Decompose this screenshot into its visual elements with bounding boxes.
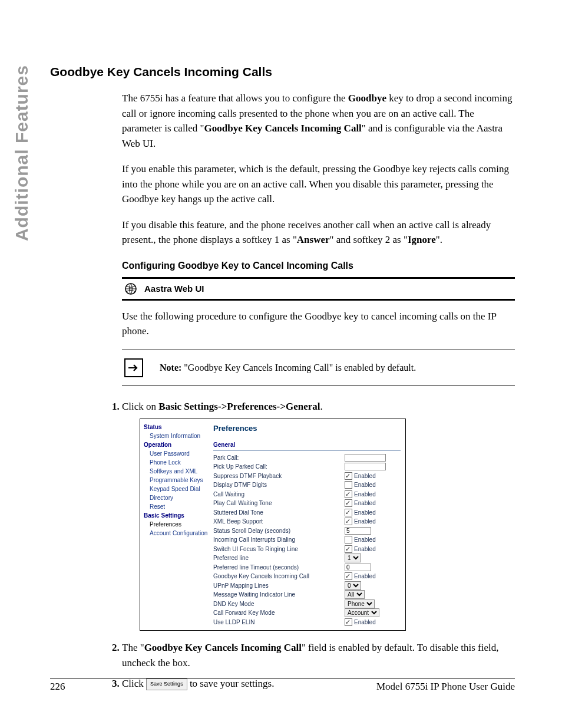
nav-reset[interactable]: Reset (144, 502, 209, 511)
nav-keypad-speed-dial[interactable]: Keypad Speed Dial (144, 485, 209, 493)
enabled-text: Enabled (354, 572, 376, 581)
webui-banner: Aastra Web UI (122, 277, 515, 301)
note-text: Note: "Goodbye Key Cancels Incoming Call… (160, 363, 416, 373)
lbl-preferred-line: Preferred line (213, 554, 345, 563)
nav-account-config[interactable]: Account Configuration (144, 529, 209, 538)
nav-hdr-status: Status (144, 423, 209, 431)
lbl-play-cw-tone: Play Call Waiting Tone (213, 499, 345, 508)
nav-directory[interactable]: Directory (144, 493, 209, 502)
lbl-mwi-line: Message Waiting Indicator Line (213, 590, 345, 599)
chk-call-waiting[interactable] (345, 490, 352, 498)
nav-panel: Status System Information Operation User… (140, 419, 211, 630)
p3-e: ". (436, 234, 442, 245)
lbl-suppress-dtmf: Suppress DTMF Playback (213, 472, 345, 481)
globe-icon (124, 282, 137, 295)
enabled-text: Enabled (354, 517, 376, 526)
nav-phone-lock[interactable]: Phone Lock (144, 458, 209, 467)
chk-incoming-interrupts[interactable] (345, 536, 352, 543)
paragraph-3: If you disable this feature, and the pho… (122, 218, 515, 248)
step-2: The "Goodbye Key Cancels Incoming Call" … (122, 640, 515, 670)
step-1: Click on Basic Settings->Preferences->Ge… (122, 399, 515, 631)
s2-a: The " (122, 642, 144, 653)
lbl-stuttered-dial: Stuttered Dial Tone (213, 508, 345, 518)
subsection-heading: Configuring Goodbye Key to Cancel Incomi… (122, 261, 515, 271)
p3-c: " and softkey 2 as " (330, 234, 408, 245)
nav-system-info[interactable]: System Information (144, 431, 209, 440)
nav-preferences[interactable]: Preferences (144, 520, 209, 529)
lbl-lldp-elin: Use LLDP ELIN (213, 618, 345, 627)
lbl-upnp-lines: UPnP Mapping Lines (213, 581, 345, 591)
lbl-preferred-timeout: Preferred line Timeout (seconds) (213, 563, 345, 572)
p1-a: The 6755i has a feature that allows you … (122, 93, 348, 104)
paragraph-4: Use the following procedure to configure… (122, 309, 515, 339)
input-preferred-timeout[interactable] (345, 564, 371, 571)
p3-b: Answer (297, 234, 330, 245)
chk-display-dtmf[interactable] (345, 481, 352, 489)
side-tab-label: Additional Features (12, 65, 41, 241)
panel-title: Preferences (213, 423, 401, 434)
section-heading: Goodbye Key Cancels Incoming Calls (50, 65, 515, 79)
lbl-goodbye-cancels: Goodbye Key Cancels Incoming Call (213, 572, 345, 581)
nav-programmable-keys[interactable]: Programmable Keys (144, 476, 209, 485)
lbl-display-dtmf: Display DTMF Digits (213, 480, 345, 490)
nav-user-password[interactable]: User Password (144, 449, 209, 458)
note-label: Note: (160, 363, 181, 373)
s2-b: Goodbye Key Cancels Incoming Call (144, 642, 302, 653)
enabled-text: Enabled (354, 490, 376, 499)
chk-suppress-dtmf[interactable] (345, 472, 352, 480)
footer-title: Model 6755i IP Phone User Guide (376, 681, 515, 693)
enabled-text: Enabled (354, 472, 376, 481)
sel-upnp-lines[interactable]: 0 (345, 581, 361, 590)
chk-goodbye-cancels[interactable] (345, 572, 352, 580)
lbl-pickup-parked: Pick Up Parked Call: (213, 462, 345, 472)
p1-d: Goodbye Key Cancels Incoming Call (204, 123, 362, 134)
sel-cfwd-mode[interactable]: Account (345, 608, 379, 617)
main-panel: Preferences General Park Call: Pick Up P… (211, 419, 405, 630)
chk-switch-focus[interactable] (345, 545, 352, 553)
input-pickup-parked[interactable] (345, 463, 386, 470)
input-park-call[interactable] (345, 454, 386, 462)
webui-label: Aastra Web UI (144, 284, 204, 294)
lbl-xml-beep: XML Beep Support (213, 517, 345, 526)
s1-c: . (320, 401, 323, 412)
enabled-text: Enabled (354, 545, 376, 554)
page-footer: 226 Model 6755i IP Phone User Guide (50, 678, 515, 693)
nav-hdr-operation: Operation (144, 440, 209, 449)
s1-a: Click on (122, 401, 158, 412)
p1-b: Goodbye (348, 93, 386, 104)
s1-b: Basic Settings->Preferences->General (158, 401, 320, 412)
sel-preferred-line[interactable]: 1 (345, 554, 361, 562)
chk-lldp-elin[interactable] (345, 618, 352, 626)
paragraph-1: The 6755i has a feature that allows you … (122, 91, 515, 151)
nav-hdr-basic-settings: Basic Settings (144, 511, 209, 520)
input-scroll-delay[interactable] (345, 527, 371, 535)
sel-dnd-mode[interactable]: Phone (345, 599, 375, 608)
lbl-scroll-delay: Status Scroll Delay (seconds) (213, 526, 345, 536)
lbl-cfwd-mode: Call Forward Key Mode (213, 608, 345, 618)
section-general: General (213, 440, 401, 451)
lbl-switch-focus: Switch UI Focus To Ringing Line (213, 545, 345, 554)
arrow-right-icon (124, 358, 143, 377)
enabled-text: Enabled (354, 480, 376, 490)
enabled-text: Enabled (354, 499, 376, 508)
p3-d: Ignore (408, 234, 436, 245)
enabled-text: Enabled (354, 535, 376, 545)
note-body: "Goodbye Key Cancels Incoming Call" is e… (181, 363, 416, 373)
chk-xml-beep[interactable] (345, 518, 352, 525)
preferences-screenshot: Status System Information Operation User… (140, 419, 406, 631)
nav-softkeys-xml[interactable]: Softkeys and XML (144, 467, 209, 476)
note-block: Note: "Goodbye Key Cancels Incoming Call… (122, 350, 515, 386)
lbl-dnd-mode: DND Key Mode (213, 599, 345, 609)
chk-stuttered-dial[interactable] (345, 509, 352, 516)
page-number: 226 (50, 681, 65, 693)
paragraph-2: If you enable this parameter, which is t… (122, 162, 515, 207)
lbl-call-waiting: Call Waiting (213, 490, 345, 499)
lbl-incoming-interrupts: Incoming Call Interrupts Dialing (213, 535, 345, 545)
sel-mwi-line[interactable]: All (345, 590, 365, 599)
lbl-park-call: Park Call: (213, 453, 345, 463)
chk-play-cw-tone[interactable] (345, 499, 352, 507)
enabled-text: Enabled (354, 508, 376, 518)
enabled-text: Enabled (354, 618, 376, 627)
